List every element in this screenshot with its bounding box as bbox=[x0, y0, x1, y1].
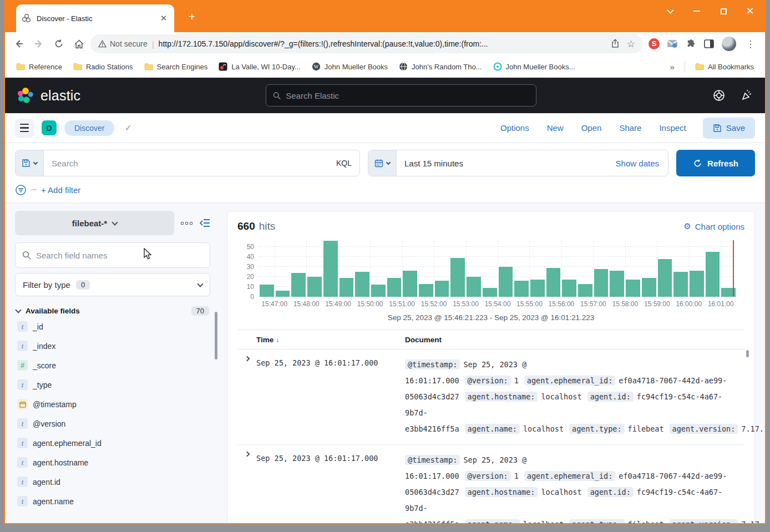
breadcrumb[interactable]: Discover bbox=[64, 120, 114, 136]
time-column-header[interactable]: Time↓ bbox=[256, 336, 388, 344]
available-fields-header[interactable]: Available fields 70 bbox=[15, 305, 210, 317]
query-input[interactable] bbox=[44, 150, 328, 176]
table-scrollbar[interactable] bbox=[746, 350, 749, 357]
field-item[interactable]: #_score bbox=[15, 356, 210, 375]
maximize-button[interactable] bbox=[720, 7, 727, 15]
histogram-bar[interactable] bbox=[260, 285, 274, 297]
histogram-bar[interactable] bbox=[450, 258, 465, 297]
menu-options[interactable]: Options bbox=[500, 123, 529, 133]
help-icon[interactable] bbox=[713, 89, 725, 102]
minimize-button[interactable] bbox=[693, 7, 701, 15]
histogram-bar[interactable] bbox=[371, 285, 386, 297]
field-item[interactable]: t_index bbox=[15, 336, 210, 356]
histogram-bar[interactable] bbox=[594, 269, 609, 297]
histogram-bar[interactable] bbox=[578, 284, 592, 297]
show-dates-button[interactable]: Show dates bbox=[607, 159, 668, 168]
extension-mail-icon[interactable] bbox=[667, 38, 678, 49]
extensions-puzzle-icon[interactable] bbox=[685, 38, 696, 49]
field-item[interactable]: tagent.id bbox=[15, 472, 210, 492]
query-language-button[interactable]: KQL bbox=[328, 150, 359, 176]
collapse-sidebar-icon[interactable] bbox=[199, 218, 210, 228]
new-tab-button[interactable]: + bbox=[185, 10, 199, 23]
bookmark-star-icon[interactable]: ☆ bbox=[627, 38, 635, 50]
field-search[interactable] bbox=[15, 242, 210, 268]
histogram-bar[interactable] bbox=[419, 284, 433, 297]
filter-icon[interactable] bbox=[15, 184, 27, 196]
histogram-bar[interactable] bbox=[514, 281, 529, 297]
histogram-bar[interactable] bbox=[546, 268, 561, 297]
share-icon[interactable] bbox=[610, 39, 620, 49]
field-item[interactable]: @timestamp bbox=[15, 394, 210, 414]
address-bar[interactable]: Not secure | http://172.105.7.150/app/di… bbox=[90, 34, 643, 53]
close-button[interactable]: ✕ bbox=[746, 7, 754, 15]
histogram-bar[interactable] bbox=[562, 280, 576, 297]
histogram-bar[interactable] bbox=[658, 259, 672, 297]
bookmark-item[interactable]: Search Engines bbox=[140, 60, 212, 73]
reload-button[interactable] bbox=[50, 36, 67, 52]
histogram-bar[interactable] bbox=[387, 278, 402, 297]
forward-button[interactable] bbox=[31, 36, 47, 52]
tab-close-icon[interactable]: ✕ bbox=[159, 13, 169, 23]
nav-menu-icon[interactable] bbox=[15, 119, 34, 138]
time-range-value[interactable]: Last 15 minutes bbox=[397, 159, 607, 168]
histogram-bar[interactable] bbox=[610, 271, 624, 297]
profile-avatar[interactable] bbox=[722, 37, 736, 51]
menu-open[interactable]: Open bbox=[581, 123, 602, 133]
bookmark-item[interactable]: Reference bbox=[12, 60, 67, 73]
side-panel-icon[interactable] bbox=[703, 38, 715, 49]
global-search-input[interactable] bbox=[286, 91, 529, 100]
back-button[interactable] bbox=[11, 36, 27, 52]
security-indicator[interactable]: Not secure bbox=[98, 39, 148, 48]
chart-options-button[interactable]: ⚙ Chart options bbox=[683, 221, 744, 231]
histogram-bar[interactable] bbox=[626, 280, 640, 297]
field-item[interactable]: tagent.name bbox=[15, 492, 210, 511]
menu-share[interactable]: Share bbox=[619, 123, 641, 133]
save-button[interactable]: Save bbox=[703, 118, 755, 139]
all-bookmarks-button[interactable]: All Bookmarks bbox=[691, 60, 758, 73]
menu-new[interactable]: New bbox=[547, 123, 564, 133]
histogram-bar[interactable] bbox=[499, 267, 513, 297]
histogram-bar[interactable] bbox=[307, 277, 322, 297]
histogram-bar[interactable] bbox=[276, 291, 290, 297]
histogram-bar[interactable] bbox=[355, 272, 369, 297]
bookmark-item[interactable]: WJohn Mueller Books bbox=[307, 60, 392, 73]
bookmark-item[interactable]: Radio Stations bbox=[69, 60, 138, 73]
histogram-bar[interactable] bbox=[673, 272, 688, 297]
tab-search-icon[interactable] bbox=[666, 7, 674, 15]
histogram-bar[interactable] bbox=[483, 288, 497, 297]
expand-row-icon[interactable] bbox=[237, 357, 256, 437]
field-item[interactable]: tagent.ephemeral_id bbox=[15, 433, 210, 453]
bookmark-item[interactable]: John's Random Tho... bbox=[394, 60, 487, 73]
histogram-bar[interactable] bbox=[642, 278, 656, 297]
home-button[interactable] bbox=[70, 36, 87, 52]
bookmarks-overflow-icon[interactable]: » bbox=[666, 62, 679, 72]
more-options-icon[interactable] bbox=[181, 222, 192, 225]
chrome-menu-icon[interactable]: ⋮ bbox=[743, 38, 757, 50]
histogram-bar[interactable] bbox=[706, 252, 720, 297]
expand-row-icon[interactable] bbox=[237, 452, 256, 524]
histogram-bar[interactable] bbox=[340, 278, 354, 297]
time-quick-menu[interactable] bbox=[368, 150, 397, 176]
sidebar-scrollbar[interactable] bbox=[215, 312, 217, 359]
index-pattern-select[interactable]: filebeat-* bbox=[15, 211, 174, 235]
field-item[interactable]: t@version bbox=[15, 414, 210, 433]
histogram-bar[interactable] bbox=[291, 273, 306, 297]
browser-tab[interactable]: Discover - Elastic ✕ bbox=[16, 4, 174, 32]
histogram-bar[interactable] bbox=[323, 241, 338, 297]
saved-query-menu[interactable] bbox=[16, 150, 44, 176]
global-search[interactable] bbox=[266, 84, 536, 107]
histogram-bar[interactable] bbox=[435, 281, 449, 297]
histogram-bar[interactable] bbox=[690, 271, 704, 297]
extension-s-icon[interactable]: S bbox=[649, 38, 660, 49]
space-avatar[interactable]: D bbox=[42, 120, 57, 135]
histogram-bar[interactable] bbox=[403, 271, 417, 297]
histogram-bar[interactable] bbox=[530, 280, 545, 297]
histogram-bar[interactable] bbox=[467, 277, 481, 297]
field-item[interactable]: t_id bbox=[15, 317, 210, 336]
menu-inspect[interactable]: Inspect bbox=[659, 123, 686, 133]
field-item[interactable]: tagent.hostname bbox=[15, 453, 210, 472]
add-filter-button[interactable]: + Add filter bbox=[41, 185, 80, 195]
newsfeed-icon[interactable] bbox=[741, 89, 753, 102]
bookmark-item[interactable]: John Mueller Books... bbox=[489, 60, 580, 73]
field-search-input[interactable] bbox=[36, 251, 203, 260]
